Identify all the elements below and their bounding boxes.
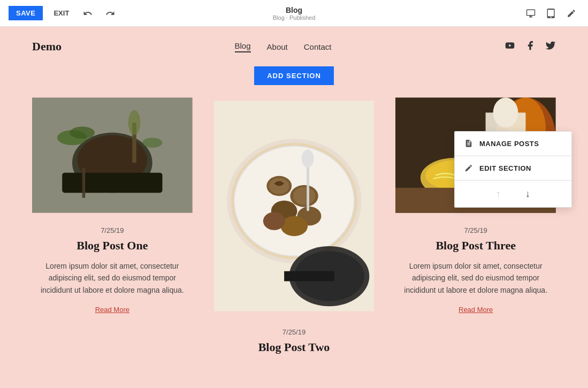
nav-link-about[interactable]: About (267, 42, 288, 51)
edit-section-item[interactable]: EDIT SECTION (455, 156, 571, 180)
svg-point-23 (302, 149, 314, 168)
toolbar-left: SAVE EXIT (9, 5, 118, 21)
svg-point-21 (263, 212, 285, 230)
edit-section-icon (464, 164, 473, 172)
site-nav: Demo Blog About Contact (0, 27, 588, 66)
exit-button[interactable]: EXIT (49, 6, 73, 20)
undo-button[interactable] (80, 5, 96, 21)
edit-section-label: EDIT SECTION (479, 164, 531, 172)
desktop-view-button[interactable] (523, 5, 539, 21)
svg-point-6 (70, 127, 95, 139)
blog-excerpt-3: Lorem ipsum dolor sit amet, consectetur … (395, 260, 556, 296)
svg-rect-10 (82, 168, 86, 197)
manage-posts-label: MANAGE POSTS (479, 140, 539, 148)
add-section-button[interactable]: ADD SECTION (254, 66, 334, 85)
twitter-icon[interactable] (545, 40, 556, 53)
manage-posts-item[interactable]: MANAGE POSTS (455, 132, 571, 156)
redo-button[interactable] (102, 5, 118, 21)
blog-card-1: 7/25/19 Blog Post One Lorem ipsum dolor … (21, 94, 203, 378)
blog-date-1: 7/25/19 (32, 226, 193, 234)
add-section-row: ADD SECTION (0, 66, 588, 85)
menu-arrows: ↑ ↓ (455, 181, 571, 207)
facebook-icon[interactable] (525, 40, 536, 53)
toolbar: SAVE EXIT Blog Blog · Published (0, 0, 588, 27)
nav-social (505, 40, 556, 53)
toolbar-right (523, 5, 579, 21)
svg-rect-3 (62, 173, 162, 193)
redo-icon (105, 9, 115, 18)
edit-mode-button[interactable] (563, 5, 579, 21)
blog-post-title-1: Blog Post One (32, 239, 193, 253)
svg-point-32 (493, 97, 518, 127)
canvas: Demo Blog About Contact ADD SECTION (0, 27, 588, 388)
tablet-icon (546, 9, 556, 18)
svg-point-7 (142, 138, 162, 148)
nav-links: Blog About Contact (235, 41, 332, 52)
page-subtitle: Blog · Published (273, 14, 316, 21)
read-more-1[interactable]: Read More (95, 306, 129, 314)
svg-rect-22 (307, 161, 309, 211)
move-down-button[interactable]: ↓ (521, 186, 534, 202)
svg-point-17 (293, 187, 315, 205)
blog-card-2: 7/25/19 Blog Post Two (203, 94, 385, 378)
blog-post-title-3: Blog Post Three (395, 239, 556, 253)
svg-point-9 (128, 110, 140, 135)
manage-posts-icon (464, 139, 473, 148)
nav-link-contact[interactable]: Contact (304, 42, 332, 51)
tablet-view-button[interactable] (543, 5, 559, 21)
youtube-icon[interactable] (505, 40, 515, 53)
read-more-3[interactable]: Read More (459, 306, 493, 314)
site-logo: Demo (32, 40, 62, 54)
blog-image-2 (214, 94, 375, 318)
page-title: Blog (273, 6, 316, 14)
toolbar-center: Blog Blog · Published (273, 6, 316, 21)
context-menu: MANAGE POSTS EDIT SECTION ↑ ↓ (454, 131, 572, 208)
move-up-button[interactable]: ↑ (492, 186, 505, 202)
svg-rect-27 (284, 271, 334, 282)
desktop-icon (526, 9, 536, 18)
pencil-ruler-icon (567, 9, 576, 18)
undo-icon (83, 9, 93, 18)
blog-date-3: 7/25/19 (395, 226, 556, 234)
nav-link-blog[interactable]: Blog (235, 41, 251, 52)
save-button[interactable]: SAVE (9, 6, 43, 20)
blog-date-2: 7/25/19 (214, 328, 375, 336)
blog-image-1 (32, 94, 193, 217)
blog-excerpt-1: Lorem ipsum dolor sit amet, consectetur … (32, 260, 193, 296)
blog-post-title-2: Blog Post Two (214, 340, 375, 354)
